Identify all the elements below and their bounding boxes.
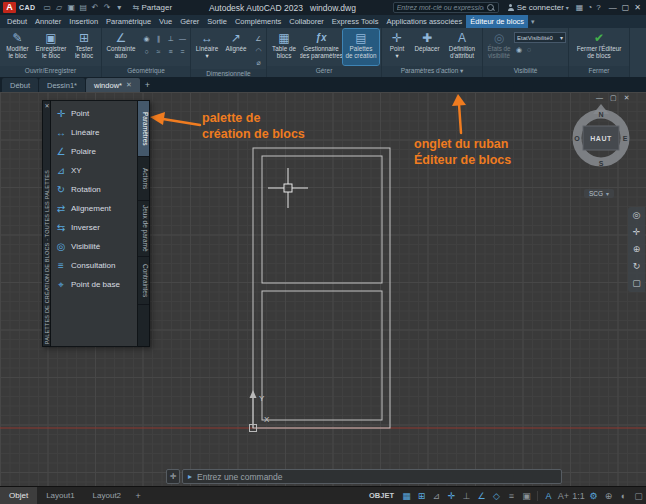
- viewcube-north[interactable]: N: [598, 111, 603, 118]
- viewcube-top-face[interactable]: HAUT: [590, 135, 612, 142]
- autocad-logo[interactable]: A: [3, 2, 16, 13]
- vp-minimize-icon[interactable]: —: [596, 94, 603, 102]
- restore-icon[interactable]: ▢: [622, 3, 630, 12]
- radial-dim-icon[interactable]: ◠: [253, 45, 264, 56]
- test-block-button[interactable]: ⊞ Testerle bloc: [69, 29, 99, 65]
- tab-collaborer[interactable]: Collaborer: [285, 15, 328, 28]
- search-box[interactable]: Entrez mot-clé ou expression: [393, 2, 499, 13]
- save-icon[interactable]: ▣: [66, 0, 77, 15]
- palette-item-xy[interactable]: ⊿XY: [51, 161, 137, 180]
- tab-debut[interactable]: Début: [3, 15, 31, 28]
- orbit-icon[interactable]: ↻: [628, 258, 645, 275]
- ortho-icon[interactable]: ⊥: [459, 487, 474, 504]
- linear-dim-button[interactable]: ↔ Linéaire▾: [193, 29, 221, 68]
- command-input[interactable]: Entrez une commande: [197, 472, 283, 482]
- chevron-down-icon[interactable]: ▾: [528, 15, 538, 28]
- tab-gerer[interactable]: Gérer: [176, 15, 203, 28]
- annotation-visibility-icon[interactable]: A: [541, 487, 556, 504]
- command-line[interactable]: ▸ Entrez une commande: [182, 469, 562, 484]
- close-tab-icon[interactable]: ✕: [126, 81, 132, 89]
- palette-item-alignement[interactable]: ⇄Alignement: [51, 199, 137, 218]
- model-space-label[interactable]: OBJET: [369, 491, 394, 500]
- workspace-gear-icon[interactable]: ⚙: [586, 487, 601, 504]
- edit-block-button[interactable]: ✎ Modifierle bloc: [2, 29, 33, 65]
- clean-screen-icon[interactable]: ▢: [631, 487, 646, 504]
- horizontal-constraint-icon[interactable]: —: [177, 33, 188, 45]
- tab-complements[interactable]: Compléments: [231, 15, 285, 28]
- dynamic-input-icon[interactable]: ✛: [444, 487, 459, 504]
- tab-express-tools[interactable]: Express Tools: [328, 15, 383, 28]
- palette-title-bar[interactable]: ✕ PALETTES DE CRÉATION DE BLOCS - TOUTES…: [42, 100, 51, 347]
- palette-tab-actions[interactable]: Actions: [138, 157, 149, 201]
- infer-constraints-icon[interactable]: ⊿: [429, 487, 444, 504]
- angular-dim-icon[interactable]: ∠: [253, 33, 264, 44]
- qat-dropdown-icon[interactable]: ▾: [114, 0, 125, 15]
- coincident-constraint-icon[interactable]: ◉: [141, 33, 152, 45]
- make-invisible-icon[interactable]: ◌: [527, 46, 531, 54]
- tab-sortie[interactable]: Sortie: [203, 15, 231, 28]
- showmotion-icon[interactable]: ▢: [628, 275, 645, 292]
- smooth-constraint-icon[interactable]: ≈: [153, 46, 164, 58]
- file-tab-dessin1[interactable]: Dessin1*: [39, 78, 85, 92]
- layout-tab-objet[interactable]: Objet: [0, 487, 37, 504]
- tangent-constraint-icon[interactable]: ○: [141, 46, 152, 58]
- tab-editeur-de-blocs[interactable]: Éditeur de blocs: [466, 15, 528, 28]
- annotation-monitor-icon[interactable]: ⊕: [601, 487, 616, 504]
- auto-constrain-button[interactable]: ∠ Contrainteauto: [104, 29, 138, 65]
- navigation-wheel-icon[interactable]: ◎: [628, 207, 645, 224]
- minimize-icon[interactable]: —: [609, 3, 617, 12]
- grid-icon[interactable]: ▦: [399, 487, 414, 504]
- perpendicular-constraint-icon[interactable]: ⊥: [165, 33, 176, 45]
- new-file-icon[interactable]: ▭: [42, 0, 53, 15]
- palette-item-inverser[interactable]: ⇆Inverser: [51, 218, 137, 237]
- close-block-editor-button[interactable]: ✔ Fermer l'Éditeurde blocs: [571, 29, 627, 65]
- block-table-button[interactable]: ▦ Table deblocs: [269, 29, 299, 65]
- save-block-button[interactable]: ▣ Enregistrerle bloc: [34, 29, 68, 65]
- aligned-dim-button[interactable]: ↗ Alignée: [222, 29, 250, 68]
- attribute-definition-button[interactable]: A Définitiond'attribut: [444, 29, 480, 65]
- search-icon[interactable]: [487, 4, 495, 12]
- palette-tab-parametres[interactable]: Paramètres: [138, 101, 149, 157]
- open-file-icon[interactable]: ▱: [54, 0, 65, 15]
- file-tab-window[interactable]: window* ✕: [86, 78, 140, 92]
- make-visible-icon[interactable]: ◉: [516, 46, 522, 54]
- alerts-icon[interactable]: ◔: [587, 3, 592, 12]
- drawing-canvas[interactable]: Y X HAUT N O E S — ▢: [0, 92, 646, 486]
- selection-cycling-icon[interactable]: ▣: [519, 487, 534, 504]
- autoscale-icon[interactable]: A+: [556, 487, 571, 504]
- viewcube-west[interactable]: O: [574, 135, 580, 142]
- tab-vue[interactable]: Vue: [155, 15, 176, 28]
- diameter-dim-icon[interactable]: ⌀: [253, 57, 264, 68]
- equal-constraint-icon[interactable]: =: [177, 46, 188, 58]
- new-drawing-tab-button[interactable]: +: [141, 79, 154, 92]
- vp-restore-icon[interactable]: ▢: [610, 94, 617, 102]
- tab-applications-associees[interactable]: Applications associées: [382, 15, 466, 28]
- visibility-state-dropdown[interactable]: EtatVisibilité0 ▾: [514, 32, 566, 43]
- object-snap-icon[interactable]: ◇: [489, 487, 504, 504]
- add-layout-button[interactable]: +: [130, 491, 146, 501]
- authoring-palettes-button[interactable]: ▤ Palettesde création: [343, 29, 379, 65]
- palette-item-visibilite[interactable]: ◎Visibilité: [51, 237, 137, 256]
- print-icon[interactable]: ▤: [78, 0, 89, 15]
- viewcube-south[interactable]: S: [599, 160, 604, 167]
- palette-item-rotation[interactable]: ↻Rotation: [51, 180, 137, 199]
- point-parameter-button[interactable]: ✛ Point▾: [384, 29, 410, 65]
- snap-icon[interactable]: ⊞: [414, 487, 429, 504]
- file-tab-debut[interactable]: Début: [2, 78, 38, 92]
- share-button[interactable]: ⇆ Partager: [133, 3, 172, 12]
- palette-tab-jeux-de-parametres[interactable]: Jeux de paramè: [138, 201, 149, 257]
- cart-icon[interactable]: ▦: [576, 3, 584, 12]
- tab-insertion[interactable]: Insertion: [65, 15, 102, 28]
- palette-item-point[interactable]: ✛Point: [51, 104, 137, 123]
- close-icon[interactable]: ✕: [634, 3, 641, 12]
- redo-icon[interactable]: ↷: [102, 0, 113, 15]
- palette-item-lineaire[interactable]: ↔Linéaire: [51, 123, 137, 142]
- zoom-icon[interactable]: ⊕: [628, 241, 645, 258]
- move-action-button[interactable]: ✚ Déplacer: [411, 29, 443, 65]
- palette-tab-contraintes[interactable]: Contraintes: [138, 257, 149, 305]
- undo-icon[interactable]: ↶: [90, 0, 101, 15]
- lineweight-icon[interactable]: ≡: [504, 487, 519, 504]
- vp-close-icon[interactable]: ✕: [624, 94, 630, 102]
- signin-button[interactable]: Se connecter ▾: [507, 3, 569, 12]
- symmetric-constraint-icon[interactable]: ≡: [165, 46, 176, 58]
